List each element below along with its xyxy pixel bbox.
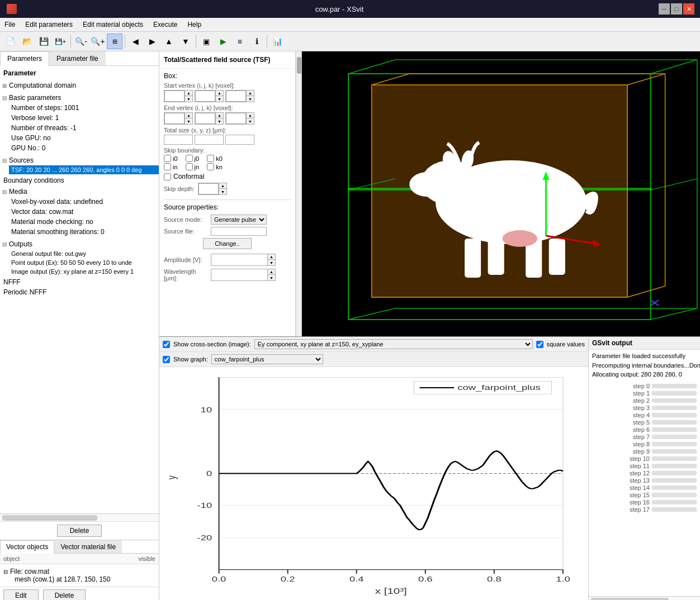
source-mode-select[interactable]: Generate pulse Read from file Sine wave bbox=[211, 215, 267, 225]
amplitude-down[interactable]: ▼ bbox=[267, 260, 275, 265]
vector-delete-button[interactable]: Delete bbox=[43, 589, 86, 600]
total-size-y-input[interactable]: 6.72 bbox=[195, 135, 224, 145]
tab-parameters[interactable]: Parameters bbox=[0, 51, 49, 66]
crosssection-select[interactable]: Ey component, xy plane at z=150, ey_xypl… bbox=[254, 339, 533, 349]
start-z-input[interactable]: 20 bbox=[226, 91, 246, 102]
new-button[interactable]: 📄 bbox=[2, 34, 18, 49]
menu-edit-parameters[interactable]: Edit parameters bbox=[21, 19, 77, 30]
total-size-x-input[interactable]: 6.72 bbox=[164, 135, 193, 145]
source-scrollbar[interactable] bbox=[296, 51, 301, 336]
amplitude-input[interactable]: 1000.000 bbox=[211, 254, 267, 265]
up-button[interactable]: ▲ bbox=[161, 34, 177, 49]
tree-header-outputs[interactable]: ⊟ Outputs bbox=[0, 239, 159, 249]
tab-vector-material[interactable]: Vector material file bbox=[54, 540, 122, 553]
skip-jn-check[interactable] bbox=[186, 163, 193, 170]
menu-file[interactable]: File bbox=[0, 19, 20, 30]
maximize-button[interactable]: □ bbox=[671, 3, 682, 15]
boundary-conditions-item[interactable]: Boundary conditions bbox=[0, 175, 159, 185]
tree-header-sources[interactable]: ⊟ Sources bbox=[0, 155, 159, 165]
amplitude-up[interactable]: ▲ bbox=[267, 254, 275, 260]
conformal-check[interactable] bbox=[164, 173, 171, 180]
run-setup-button[interactable]: ▣ bbox=[198, 34, 214, 49]
list-item[interactable]: Material smoothing iterations: 0 bbox=[9, 227, 159, 237]
zoom-fit-button[interactable]: ⊞ bbox=[107, 34, 122, 49]
periodic-nfff-item[interactable]: Periodic NFFF bbox=[0, 287, 159, 297]
end-y-down[interactable]: ▼ bbox=[215, 118, 223, 124]
list-item[interactable]: Image output (Ey): xy plane at z=150 eve… bbox=[9, 267, 159, 276]
start-z-down[interactable]: ▼ bbox=[246, 96, 254, 102]
graph-select[interactable]: cow_farpoint_plus bbox=[211, 354, 323, 364]
close-button[interactable]: ✕ bbox=[683, 3, 694, 15]
total-size-z-input[interactable]: 6.72 bbox=[225, 135, 254, 145]
zoom-in-button[interactable]: 🔍+ bbox=[90, 34, 106, 49]
square-values-check[interactable] bbox=[536, 341, 543, 348]
tab-parameter-file[interactable]: Parameter file bbox=[49, 51, 106, 65]
saveas-button[interactable]: 💾+ bbox=[53, 34, 68, 49]
wavelength-input[interactable]: 1.000 bbox=[211, 269, 267, 280]
nfff-item[interactable]: NFFF bbox=[0, 277, 159, 287]
vector-subitem[interactable]: mesh (cow.1) at 128.7, 150, 150 bbox=[3, 575, 155, 583]
skip-k0-check[interactable] bbox=[207, 155, 214, 162]
list-item[interactable]: Point output (Ex): 50 50 50 every 10 to … bbox=[9, 258, 159, 267]
end-z-up[interactable]: ▲ bbox=[246, 113, 254, 118]
next-button[interactable]: ▶ bbox=[144, 34, 160, 49]
menu-edit-material[interactable]: Edit material objects bbox=[78, 19, 148, 30]
list-item[interactable]: Material mode checking: no bbox=[9, 217, 159, 227]
end-x-input[interactable]: 260 bbox=[164, 113, 185, 124]
menu-execute[interactable]: Execute bbox=[149, 19, 182, 30]
gsvit-hscroll[interactable] bbox=[589, 596, 700, 600]
skip-in-check[interactable] bbox=[164, 163, 171, 170]
end-x-up[interactable]: ▲ bbox=[185, 113, 192, 118]
list-item[interactable]: Number of threads: -1 bbox=[9, 123, 159, 133]
skip-depth-input[interactable]: -1 bbox=[198, 183, 219, 194]
start-z-up[interactable]: ▲ bbox=[246, 91, 254, 96]
list-item[interactable]: Voxel-by-voxel data: undefined bbox=[9, 197, 159, 207]
show-crosssection-check[interactable] bbox=[163, 341, 170, 348]
skip-depth-down[interactable]: ▼ bbox=[219, 189, 226, 194]
start-y-input[interactable]: 20 bbox=[195, 91, 215, 102]
list-item[interactable]: Vector data: cow.mat bbox=[9, 207, 159, 217]
end-y-up[interactable]: ▲ bbox=[215, 113, 223, 118]
start-y-down[interactable]: ▼ bbox=[215, 96, 223, 102]
menu-help[interactable]: Help bbox=[183, 19, 206, 30]
tab-vector-objects[interactable]: Vector objects bbox=[0, 540, 54, 554]
source-tsf-item[interactable]: TSF: 20 20 20 ... 260 260 260, angles 0 … bbox=[9, 165, 159, 174]
show-graph-check[interactable] bbox=[163, 356, 170, 363]
wavelength-up[interactable]: ▲ bbox=[267, 269, 275, 275]
info-button[interactable]: ℹ bbox=[249, 34, 264, 49]
save-button[interactable]: 💾 bbox=[36, 34, 51, 49]
start-x-down[interactable]: ▼ bbox=[185, 96, 192, 102]
skip-kn-check[interactable] bbox=[207, 163, 214, 170]
start-x-input[interactable]: 20 bbox=[164, 91, 185, 102]
list-item[interactable]: Number of steps: 1001 bbox=[9, 103, 159, 113]
tree-header-basic[interactable]: ⊟ Basic parameters bbox=[0, 93, 159, 103]
zoom-out-button[interactable]: 🔍- bbox=[73, 34, 89, 49]
vector-file-row[interactable]: ⊟ File: cow.mat bbox=[3, 568, 155, 575]
chart-button[interactable]: 📊 bbox=[269, 34, 285, 49]
skip-j0-check[interactable] bbox=[186, 155, 193, 162]
prev-button[interactable]: ◀ bbox=[127, 34, 143, 49]
vector-edit-button[interactable]: Edit bbox=[3, 589, 39, 600]
end-z-down[interactable]: ▼ bbox=[246, 118, 254, 124]
list-item[interactable]: Verbose level: 1 bbox=[9, 113, 159, 123]
open-button[interactable]: 📂 bbox=[19, 34, 35, 49]
down-button[interactable]: ▼ bbox=[178, 34, 193, 49]
list-item[interactable]: Use GPU: no bbox=[9, 133, 159, 143]
tree-header-comp-domain[interactable]: ⊞ Computational domain bbox=[0, 80, 159, 91]
tree-header-media[interactable]: ⊟ Media bbox=[0, 187, 159, 197]
run-button[interactable]: ▶ bbox=[215, 34, 231, 49]
delete-button[interactable]: Delete bbox=[57, 525, 102, 537]
source-file-input[interactable]: undefined bbox=[211, 227, 267, 236]
list-item[interactable]: GPU No.: 0 bbox=[9, 143, 159, 153]
change-button[interactable]: Change.. bbox=[203, 238, 252, 249]
skip-i0-check[interactable] bbox=[164, 155, 171, 162]
start-x-up[interactable]: ▲ bbox=[185, 91, 192, 96]
end-z-input[interactable]: 260 bbox=[226, 113, 246, 124]
list-item[interactable]: General output file: out.gwy bbox=[9, 249, 159, 258]
skip-depth-up[interactable]: ▲ bbox=[219, 183, 226, 189]
minimize-button[interactable]: ─ bbox=[659, 3, 670, 15]
end-y-input[interactable]: 260 bbox=[195, 113, 215, 124]
tree-hscroll[interactable] bbox=[0, 513, 159, 521]
end-x-down[interactable]: ▼ bbox=[185, 118, 192, 124]
start-y-up[interactable]: ▲ bbox=[215, 91, 223, 96]
